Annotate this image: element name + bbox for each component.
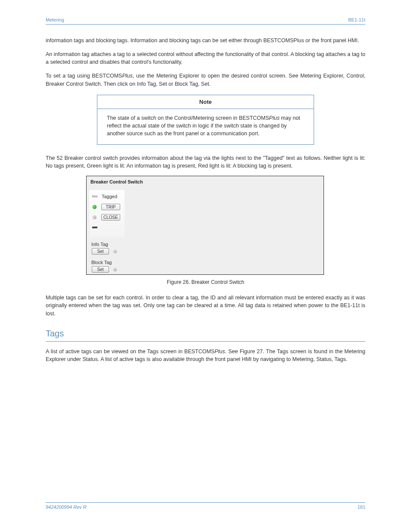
page-footer: 9424200994 Rev R 181 [46, 502, 365, 510]
bottom-indicator-row [92, 224, 123, 231]
block-tag-led-icon [113, 268, 117, 271]
block-tag-label: Block Tag [91, 260, 125, 265]
info-tag-label: Info Tag [91, 242, 125, 247]
bottom-indicator-icon [92, 227, 97, 228]
footer-rule [46, 502, 365, 503]
tagged-indicator-icon [92, 196, 97, 197]
note-head: Note [97, 95, 314, 109]
body-p2: An information tag attaches a tag to a s… [46, 50, 365, 66]
close-button[interactable]: CLOSE [101, 214, 120, 221]
tagged-label: Tagged [102, 194, 117, 199]
info-tag-group: Info Tag Set [89, 242, 125, 255]
body-p1: information tags and blocking tags. Info… [46, 37, 365, 44]
body-p3: To set a tag using BESTCOMSPlus, use the… [46, 72, 365, 87]
info-tag-set-button[interactable]: Set [92, 248, 109, 255]
figure-title: Breaker Control Switch [87, 176, 324, 184]
trip-button[interactable]: TRIP [101, 204, 120, 210]
body-h3: The 52 Breaker control switch provides i… [46, 154, 365, 170]
header-left: Metering [46, 17, 64, 22]
body-p4: Multiple tags can be set for each contro… [46, 294, 365, 317]
header-right: BE1-11t [348, 17, 365, 22]
figure-caption: Figure 26. Breaker Control Switch [46, 279, 365, 285]
footer-right: 181 [358, 504, 365, 510]
section-body: A list of active tags can be viewed on t… [46, 348, 365, 363]
section-rule [46, 341, 365, 342]
trip-row: TRIP [92, 203, 123, 211]
info-tag-led-icon [113, 250, 117, 253]
tagged-row: Tagged [92, 193, 123, 200]
close-led-icon [93, 215, 97, 219]
note-body: The state of a switch on the Control/Met… [97, 109, 314, 144]
breaker-control-block: Tagged TRIP CLOSE [89, 190, 125, 237]
header-rule [46, 24, 365, 25]
block-tag-set-button[interactable]: Set [92, 266, 109, 273]
section-heading-tags: Tags [46, 329, 365, 339]
block-tag-group: Block Tag Set [89, 260, 125, 273]
footer-left: 9424200994 Rev R [46, 504, 87, 510]
trip-led-icon [93, 205, 97, 209]
page-header: Metering BE1-11t [46, 17, 365, 22]
close-row: CLOSE [92, 213, 123, 221]
note-box: Note The state of a switch on the Contro… [97, 95, 314, 145]
figure-panel: Breaker Control Switch Tagged TRIP CLOSE… [86, 176, 324, 275]
